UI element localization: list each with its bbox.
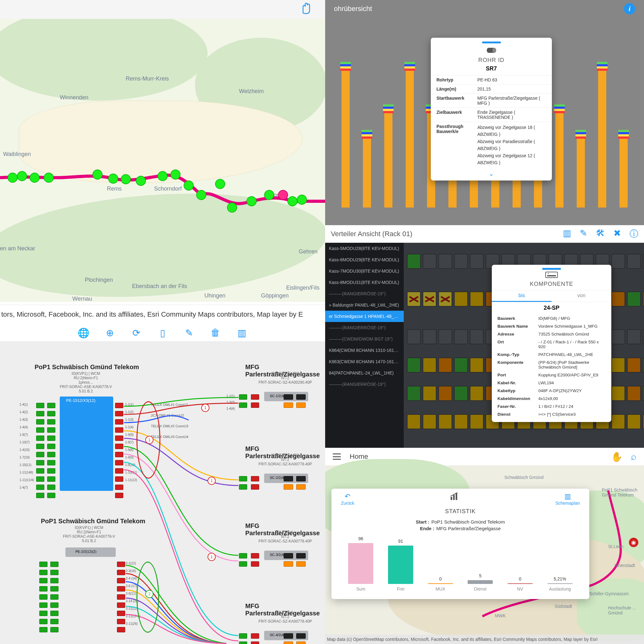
route-node[interactable] bbox=[287, 196, 297, 206]
schematic-toolbar: 🌐⊕⟳▯✎🗑▥ bbox=[0, 324, 325, 342]
hamburger-icon[interactable] bbox=[333, 453, 341, 460]
route-node[interactable] bbox=[44, 173, 54, 183]
end-value: MFG Parlerstraße/Ziegelgasse bbox=[436, 526, 501, 531]
kv-key: Kabeltyp bbox=[497, 388, 538, 393]
rack-sidebar[interactable]: Kass-5MODU28(8TE KEV-MODUL)Kass-6MODU29(… bbox=[325, 243, 404, 448]
panel-map-overview: WinnendenRems-Murr-KreisWelzheimWaibling… bbox=[0, 0, 325, 324]
pencil-icon[interactable]: ✎ bbox=[580, 228, 587, 240]
sidebar-item[interactable]: er Schmiedgasse 1 HPANEL-48_LWL_2HE) bbox=[325, 311, 404, 322]
schemaplan-button[interactable]: ▥ Schemaplan bbox=[555, 492, 580, 506]
trash-icon[interactable]: 🗑 bbox=[209, 326, 222, 339]
passthrough-row: Passthrough Bauwerk/e Abzweig vor Ziegel… bbox=[431, 122, 552, 168]
sidebar-item[interactable]: » Baldungstr PANEL-48_LWL_2HE) bbox=[325, 299, 404, 311]
globe-arrow-icon[interactable]: 🌐 bbox=[77, 326, 90, 339]
sidebar-item[interactable]: ———(RANGIERRÖSE-19'') bbox=[325, 288, 404, 299]
kv-row: Kabeltyp048F A-DF(ZN)2YW2Y bbox=[492, 387, 611, 395]
rack-header: Verteiler Ansicht (Rack 01) ▥✎🛠✖ⓘ bbox=[325, 225, 644, 243]
kv-key: Komponente bbox=[497, 360, 538, 369]
kv-key: Kabeldimension bbox=[497, 396, 538, 401]
route-node[interactable] bbox=[247, 196, 257, 206]
chevron-down-icon[interactable]: ⌄ bbox=[431, 168, 552, 180]
stat-bar: 91 Frei bbox=[385, 539, 416, 591]
info-icon[interactable]: i bbox=[624, 3, 635, 14]
rack-body[interactable]: Kass-5MODU28(8TE KEV-MODUL)Kass-6MODU29(… bbox=[325, 243, 644, 448]
route-node[interactable] bbox=[264, 190, 274, 200]
refresh-icon[interactable]: ⟳ bbox=[130, 326, 142, 339]
route-node[interactable] bbox=[121, 174, 131, 184]
kv-key: Dienst bbox=[497, 412, 538, 417]
sidebar-item[interactable]: ———(RANGIERRÖSE-19'') bbox=[325, 379, 404, 390]
route-node[interactable] bbox=[136, 176, 146, 186]
svg-point-2 bbox=[492, 48, 496, 53]
route-node[interactable] bbox=[92, 169, 103, 180]
rohr-header: ohrübersicht i bbox=[325, 0, 644, 18]
panel-verteiler: Verteiler Ansicht (Rack 01) ▥✎🛠✖ⓘ Kass-5… bbox=[325, 225, 644, 448]
route-node[interactable] bbox=[108, 174, 118, 184]
komponente-card[interactable]: KOMPONENTE bis von 24-SP BauwerkID(MFG6)… bbox=[492, 265, 611, 422]
stats-icon bbox=[354, 492, 555, 503]
ladder-icon[interactable]: ▥ bbox=[563, 228, 571, 240]
sidebar-item[interactable]: Kass-8MODU31(8TE KEV-MODUL) bbox=[325, 277, 404, 288]
bar-box bbox=[428, 583, 453, 584]
card-id: SR7 bbox=[431, 65, 552, 72]
anno-num-1: 1 bbox=[145, 436, 153, 444]
kv-row: Ort- / Z-01 / Rack-1 / - / Rack 550 x 92… bbox=[492, 338, 611, 351]
route-node-active[interactable] bbox=[278, 190, 288, 200]
tab-bis[interactable]: bis bbox=[492, 290, 552, 302]
route-node[interactable] bbox=[227, 203, 237, 213]
statistik-card[interactable]: ↶ Zurück ▥ Schemaplan STATISTIK Start :P… bbox=[331, 489, 589, 599]
card-title: KOMPONENTE bbox=[492, 281, 611, 287]
sidebar-item[interactable]: 84(PATCHPANEL-24_LWL_1HE) bbox=[325, 367, 404, 379]
route-node[interactable] bbox=[30, 173, 40, 183]
info-icon[interactable]: ⓘ bbox=[630, 228, 638, 240]
rack-icon[interactable]: ▯ bbox=[156, 326, 169, 339]
kv-value: PATCHPANEL-48_LWL_2HE bbox=[538, 352, 606, 357]
sidebar-item[interactable]: K863(CWDM 8CHANN 1470-1610 + bbox=[325, 356, 404, 367]
sidebar-item[interactable]: Kass-5MODU28(8TE KEV-MODUL) bbox=[325, 243, 404, 254]
search-icon[interactable]: ⌕ bbox=[631, 451, 636, 462]
map-attribution: tors, Microsoft, Facebook, Inc. and its … bbox=[0, 305, 325, 324]
passthrough-value-line: Abzweig vor Ziegelgasse 12 ( ABZWEIG ) bbox=[477, 152, 546, 166]
sidebar-item[interactable]: Kass-6MODU29(8TE KEV-MODUL) bbox=[325, 254, 404, 265]
map-overview[interactable]: WinnendenRems-Murr-KreisWelzheimWaibling… bbox=[0, 19, 325, 302]
kv-value: MFG Parlerstraße/Ziegelgasse ( MFG ) bbox=[477, 96, 546, 106]
palm-icon[interactable]: ✋ bbox=[611, 451, 623, 462]
map-pin-icon[interactable]: ◉ bbox=[629, 538, 638, 547]
bar-label: Frei bbox=[397, 586, 404, 591]
route-node[interactable] bbox=[8, 173, 18, 183]
route-node[interactable] bbox=[196, 190, 206, 200]
sidebar-item[interactable]: ———(CWDM/DWDM BGT 19'') bbox=[325, 333, 404, 345]
route-node[interactable] bbox=[297, 195, 307, 205]
route-node[interactable] bbox=[184, 180, 194, 191]
target-icon[interactable]: ⊕ bbox=[103, 326, 116, 339]
route-node[interactable] bbox=[215, 179, 225, 189]
wrench-icon[interactable]: 🛠 bbox=[596, 228, 605, 240]
kv-row: Faser-Nr.1 / B#2 / F#12 / 24 bbox=[492, 403, 611, 410]
schematic-canvas[interactable]: PoP1 Schwäbisch Gmünd Telekom ID(KVP1) |… bbox=[0, 341, 325, 644]
kv-key: Port bbox=[497, 373, 538, 377]
anno-num-1: 1 bbox=[208, 553, 216, 561]
rohr-id-card[interactable]: ROHR ID SR7 RohrtypPE-HD 63Länge(m)201,1… bbox=[431, 38, 552, 180]
sidebar-item[interactable]: K864(CWDM 8CHANN 1310-1610-LC) bbox=[325, 345, 404, 356]
palm-icon[interactable] bbox=[299, 2, 313, 17]
passthrough-value-line: Abzweig vor Ziegelgasse 18 ( ABZWEIG ) bbox=[477, 124, 546, 138]
pencil-icon[interactable]: ✎ bbox=[183, 326, 195, 339]
kv-key: Faser-Nr. bbox=[497, 404, 538, 409]
kv-key: Startbauwerk bbox=[436, 96, 477, 106]
sidebar-item[interactable]: ———(RANGIERRÖSE-19'') bbox=[325, 322, 404, 333]
svg-rect-4 bbox=[547, 275, 556, 276]
route-node[interactable] bbox=[17, 171, 27, 181]
kv-value: 201,15 bbox=[477, 86, 546, 92]
ladder-icon[interactable]: ▥ bbox=[236, 326, 248, 339]
kv-row: Kabel-Nr.LWL194 bbox=[492, 379, 611, 387]
tab-von[interactable]: von bbox=[552, 290, 611, 302]
drag-handle[interactable] bbox=[542, 268, 561, 270]
kv-value: (PP-6/24) [PoP Stadtwerke Schwäbisch Gmü… bbox=[538, 360, 606, 369]
sidebar-item[interactable]: Kass-7MODU30(8TE KEV-MODUL) bbox=[325, 265, 404, 277]
route-node[interactable] bbox=[158, 171, 168, 181]
drag-handle[interactable] bbox=[482, 42, 501, 43]
route-node[interactable] bbox=[170, 169, 180, 180]
cross-wrench-icon[interactable]: ✖ bbox=[613, 228, 621, 240]
back-button[interactable]: ↶ Zurück bbox=[341, 492, 354, 506]
stat-bars: 96 Sum91 Frei0 MUX5 Dienst0 NV5,21% Ausl… bbox=[341, 538, 580, 591]
